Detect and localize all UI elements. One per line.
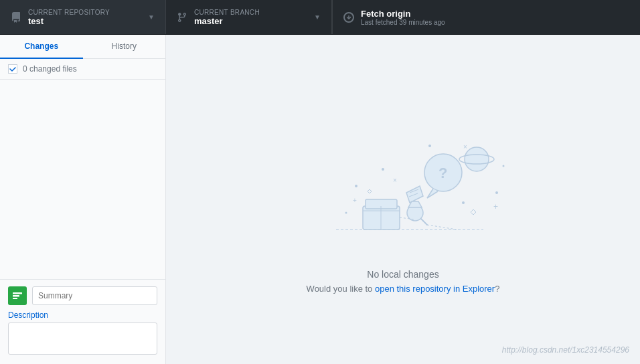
no-changes-text-block: No local changes Would you like to open …	[307, 269, 500, 294]
no-changes-subtitle: Would you like to open this repository i…	[307, 284, 500, 294]
svg-point-20	[382, 168, 384, 171]
no-changes-title: No local changes	[307, 269, 500, 280]
svg-point-18	[355, 185, 357, 187]
repo-text-group: Current repository test	[28, 9, 110, 26]
fetch-label: Fetch origin	[361, 9, 445, 19]
fetch-text-group: Fetch origin Last fetched 39 minutes ago	[361, 9, 445, 26]
no-changes-sub-after: ?	[495, 284, 499, 294]
svg-text:?: ?	[438, 165, 447, 181]
branch-text-group: Current branch master	[194, 9, 260, 26]
toolbar: Current repository test ▼ Current branch…	[0, 0, 640, 35]
svg-point-12	[465, 147, 489, 171]
summary-row	[8, 286, 157, 305]
tab-bar: Changes History	[0, 35, 165, 59]
no-changes-illustration: ?	[296, 106, 510, 253]
commit-area: Description	[0, 279, 165, 364]
tab-changes[interactable]: Changes	[0, 35, 83, 59]
commit-icon	[8, 286, 27, 305]
open-in-explorer-link[interactable]: open this repository in Explorer	[375, 284, 495, 294]
repo-icon	[11, 12, 21, 23]
branch-label: Current branch	[194, 9, 260, 16]
main-content: ?	[166, 35, 640, 364]
watermark: http://blog.csdn.net/1xc2314554296	[502, 345, 629, 355]
svg-point-21	[428, 145, 431, 147]
fetch-sublabel: Last fetched 39 minutes ago	[361, 19, 445, 26]
svg-text:×: ×	[463, 143, 467, 151]
fetch-origin-section[interactable]: Fetch origin Last fetched 39 minutes ago	[332, 0, 640, 34]
svg-rect-0	[13, 292, 22, 294]
svg-point-23	[345, 211, 347, 213]
changed-files-count: 0 changed files	[23, 64, 77, 74]
file-list-header: 0 changed files	[0, 59, 165, 80]
branch-chevron-icon: ▼	[314, 13, 321, 21]
description-textarea[interactable]	[8, 323, 157, 355]
fetch-icon	[343, 12, 354, 23]
left-panel: Changes History 0 changed files	[0, 35, 166, 364]
svg-text:×: ×	[393, 177, 397, 184]
svg-text:+: +	[493, 202, 498, 211]
current-branch-section[interactable]: Current branch master ▼	[166, 0, 332, 34]
svg-point-19	[462, 201, 465, 204]
select-all-checkbox[interactable]	[8, 64, 17, 74]
repo-chevron-icon: ▼	[148, 13, 155, 21]
svg-point-22	[495, 191, 498, 194]
main-layout: Changes History 0 changed files	[0, 35, 640, 364]
branch-name: master	[194, 16, 260, 26]
svg-text:+: +	[353, 197, 357, 204]
svg-line-16	[427, 225, 457, 230]
svg-point-24	[503, 165, 505, 167]
svg-rect-1	[13, 295, 19, 297]
repo-name: test	[28, 16, 110, 26]
branch-icon	[177, 12, 187, 23]
svg-rect-2	[13, 298, 17, 299]
repo-label: Current repository	[28, 9, 110, 16]
summary-input[interactable]	[32, 286, 157, 305]
file-list: 0 changed files	[0, 59, 165, 279]
svg-line-15	[421, 219, 427, 225]
current-repo-section[interactable]: Current repository test ▼	[0, 0, 166, 34]
no-changes-sub-before: Would you like to	[307, 284, 375, 294]
tab-history[interactable]: History	[83, 35, 166, 59]
description-label: Description	[8, 310, 157, 320]
